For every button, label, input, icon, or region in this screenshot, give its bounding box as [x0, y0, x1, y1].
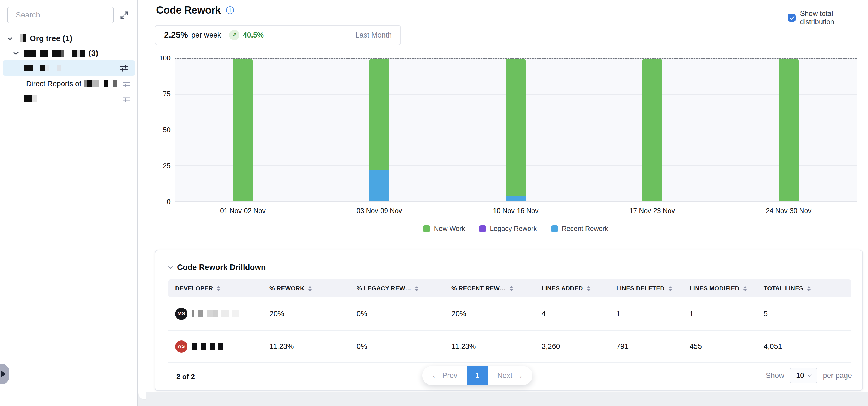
org-tree-label: Org tree (1) [30, 34, 72, 43]
search-box[interactable] [7, 6, 114, 24]
cell-total: 4,051 [757, 342, 851, 351]
show-label: Show [766, 371, 784, 380]
group-count-label: (3) [89, 49, 98, 58]
column-header-label: LINES DELETED [616, 285, 664, 292]
chevron-down-icon[interactable] [7, 35, 12, 40]
table-body: MS20%0%20%4115AS11.23%0%11.23%3,26079145… [168, 297, 851, 363]
stat-unit: per week [191, 31, 221, 39]
cell-recent: 20% [445, 310, 535, 318]
legend-item-new-work[interactable]: New Work [423, 225, 465, 233]
redacted-text [24, 65, 33, 71]
page-bottom-strip [138, 392, 868, 406]
sort-icon[interactable] [587, 286, 591, 291]
next-page-button[interactable]: Next → [488, 366, 532, 385]
page-size-value: 10 [796, 371, 804, 380]
legend-item-recent-rework[interactable]: Recent Rework [551, 225, 608, 233]
redacted-text [72, 49, 85, 57]
cell-added: 4 [535, 310, 610, 318]
stat-period: Last Month [355, 31, 392, 39]
redacted-text [113, 80, 117, 87]
sidebar-item-group[interactable]: (3) [0, 47, 138, 59]
drilldown-header[interactable]: Code Rework Drilldown [169, 263, 266, 272]
y-tick-label: 0 [167, 198, 170, 206]
column-header[interactable]: LINES ADDED [535, 285, 610, 292]
x-tick-label: 03 Nov-09 Nov [311, 207, 447, 215]
legend-swatch [423, 225, 430, 232]
bar-segment-new-work [506, 59, 526, 196]
cell-added: 3,260 [535, 342, 610, 351]
sidebar-item-direct-reports[interactable]: Direct Reports of [0, 78, 138, 90]
stacked-bar-03-nov-09-nov[interactable] [369, 59, 389, 201]
table-footer: 2 of 2 ← Prev 1 Next → Show 10 per page [155, 363, 862, 391]
column-header-label: LINES MODIFIED [689, 285, 739, 292]
stacked-bar-10-nov-16-nov[interactable] [506, 59, 526, 201]
sort-icon[interactable] [415, 286, 419, 291]
sidebar-item-selected[interactable] [3, 60, 135, 76]
tune-filter-icon[interactable] [120, 64, 128, 72]
chevron-down-icon[interactable] [13, 50, 18, 55]
app-root: Org tree (1) (3) Direct Reports of [0, 0, 868, 406]
tune-filter-icon[interactable] [123, 80, 131, 88]
column-header[interactable]: % RECENT REW… [445, 285, 535, 292]
column-header[interactable]: LINES DELETED [610, 285, 683, 292]
toggle-label: Show total distribution [800, 9, 868, 26]
x-tick-label: 17 Nov-23 Nov [584, 207, 720, 215]
expand-sidebar-icon[interactable] [119, 10, 129, 20]
column-header-label: % RECENT REW… [452, 285, 506, 292]
column-header-label: DEVELOPER [175, 285, 213, 292]
redacted-text [84, 80, 87, 87]
stacked-bar-01-nov-02-nov[interactable] [233, 59, 253, 201]
column-header[interactable]: TOTAL LINES [757, 285, 851, 292]
column-header-label: TOTAL LINES [764, 285, 803, 292]
y-tick-label: 50 [163, 126, 170, 134]
tune-filter-icon[interactable] [123, 94, 131, 103]
show-total-distribution-toggle[interactable]: Show total distribution [788, 9, 868, 26]
legend-item-legacy-rework[interactable]: Legacy Rework [479, 225, 537, 233]
sidebar-item-org-tree[interactable]: Org tree (1) [0, 32, 138, 45]
redacted-text [24, 95, 37, 102]
cell-legacy: 0% [350, 310, 445, 318]
bar-slot [584, 59, 720, 201]
bar-segment-recent-rework [506, 196, 526, 201]
column-header[interactable]: % LEGACY REW… [350, 285, 445, 292]
current-page-button[interactable]: 1 [467, 366, 488, 385]
sort-icon[interactable] [807, 286, 811, 291]
cell-deleted: 791 [610, 342, 683, 351]
chart-legend: New WorkLegacy ReworkRecent Rework [175, 225, 857, 233]
next-arrow-icon: → [516, 371, 523, 380]
x-tick-label: 24 Nov-30 Nov [720, 207, 857, 215]
sidebar-collapse-handle[interactable] [0, 364, 9, 384]
sort-icon[interactable] [668, 286, 672, 291]
column-header-label: LINES ADDED [541, 285, 583, 292]
chart-plot [175, 58, 857, 202]
cell-deleted: 1 [610, 310, 683, 318]
table-row[interactable]: AS11.23%0%11.23%3,2607914554,051 [168, 330, 851, 363]
legend-label: New Work [434, 225, 465, 233]
stacked-bar-24-nov-30-nov[interactable] [779, 59, 799, 201]
per-page-label: per page [823, 371, 852, 380]
table-row[interactable]: MS20%0%20%4115 [168, 297, 851, 330]
sort-icon[interactable] [743, 286, 747, 291]
search-input[interactable] [16, 11, 114, 19]
sort-icon[interactable] [308, 286, 312, 291]
sidebar-item-redacted[interactable] [0, 93, 138, 104]
redacted-developer-name [192, 310, 239, 317]
column-header[interactable]: LINES MODIFIED [683, 285, 757, 292]
column-header[interactable]: DEVELOPER [168, 285, 262, 292]
column-header-label: % LEGACY REW… [356, 285, 411, 292]
direct-reports-label: Direct Reports of [26, 80, 82, 88]
sort-icon[interactable] [509, 286, 513, 291]
chevron-down-icon[interactable] [168, 264, 173, 269]
info-icon[interactable]: i [226, 6, 234, 14]
prev-page-button[interactable]: ← Prev [422, 366, 467, 385]
stat-value: 2.25% [164, 30, 188, 40]
sort-icon[interactable] [217, 286, 220, 291]
column-header[interactable]: % REWORK [262, 285, 350, 292]
play-triangle-icon [1, 370, 6, 377]
stacked-bar-17-nov-23-nov[interactable] [643, 59, 662, 201]
legend-label: Legacy Rework [490, 225, 537, 233]
bar-slot [175, 59, 311, 201]
page-size-select[interactable]: 10 [789, 368, 817, 383]
column-header-label: % REWORK [270, 285, 304, 292]
checkbox-checked-icon[interactable] [788, 14, 796, 22]
